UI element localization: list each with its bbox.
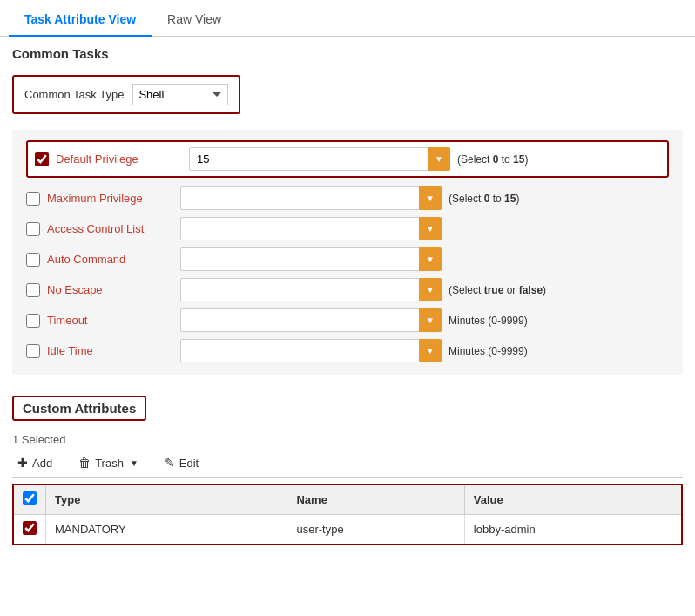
row-select-checkbox[interactable] xyxy=(23,521,37,535)
custom-attributes-header: Custom Attributes xyxy=(12,396,146,421)
attr-select-default-privilege[interactable]: 15 0123 4567 891011 121314 xyxy=(189,147,450,171)
attr-select-wrap-auto-command xyxy=(180,247,442,271)
attributes-section: Default Privilege 15 0123 4567 891011 12… xyxy=(12,130,683,375)
attr-label-no-escape: No Escape xyxy=(47,283,173,296)
attr-hint-maximum-privilege: (Select 0 to 15) xyxy=(449,193,519,205)
attr-select-no-escape[interactable]: true false xyxy=(180,278,442,301)
custom-attributes-toolbar: ✚ Add 🗑 Trash ▼ ✎ Edit xyxy=(12,453,683,478)
attr-label-access-control-list: Access Control List xyxy=(47,222,173,235)
attr-checkbox-no-escape[interactable] xyxy=(26,283,40,297)
attr-select-wrap-idle-time xyxy=(180,339,442,362)
attr-select-maximum-privilege[interactable] xyxy=(180,186,442,210)
attr-hint-no-escape: (Select true or false) xyxy=(449,284,546,296)
attr-row-maximum-privilege: Maximum Privilege (Select 0 to 15) xyxy=(26,186,669,210)
edit-icon: ✎ xyxy=(165,456,175,470)
attr-label-timeout: Timeout xyxy=(47,314,173,327)
table-col-value: Value xyxy=(464,484,682,515)
attr-select-wrap-access-control-list xyxy=(180,217,442,240)
select-all-checkbox[interactable] xyxy=(23,491,37,505)
table-col-type: Type xyxy=(46,484,287,515)
attr-select-idle-time[interactable] xyxy=(180,339,442,362)
attr-row-access-control-list: Access Control List xyxy=(26,217,669,240)
common-task-type-select[interactable]: Shell Telnet SSH FTP xyxy=(132,84,228,105)
attr-select-access-control-list[interactable] xyxy=(180,217,442,240)
row-name-cell: user-type xyxy=(287,515,464,545)
attr-hint-idle-time: Minutes (0-9999) xyxy=(449,345,528,357)
attr-checkbox-idle-time[interactable] xyxy=(26,344,40,358)
common-task-type-label: Common Task Type xyxy=(24,88,124,101)
attr-row-default-privilege: Default Privilege 15 0123 4567 891011 12… xyxy=(26,140,669,178)
attr-select-wrap-maximum-privilege xyxy=(180,186,442,210)
common-tasks-header: Common Tasks xyxy=(12,46,683,61)
attr-row-timeout: Timeout Minutes (0-9999) xyxy=(26,308,669,332)
attr-select-timeout[interactable] xyxy=(180,308,442,332)
attr-checkbox-default-privilege[interactable] xyxy=(35,152,49,166)
selected-count: 1 Selected xyxy=(12,433,683,446)
attr-label-idle-time: Idle Time xyxy=(47,344,173,357)
attr-label-default-privilege: Default Privilege xyxy=(56,152,182,166)
tabs-bar: Task Attribute View Raw View xyxy=(0,0,695,37)
attr-checkbox-auto-command[interactable] xyxy=(26,253,40,267)
trash-label: Trash xyxy=(95,457,124,470)
attr-row-auto-command: Auto Command xyxy=(26,247,669,271)
attr-select-wrap-no-escape: true false xyxy=(180,278,442,301)
custom-attributes-table: Type Name Value MANDATORY user-type lobb… xyxy=(12,484,683,545)
row-type-cell: MANDATORY xyxy=(46,515,287,545)
attr-hint-default-privilege: (Select 0 to 15) xyxy=(457,153,528,166)
attr-hint-timeout: Minutes (0-9999) xyxy=(449,315,528,327)
trash-dropdown-arrow: ▼ xyxy=(130,458,138,468)
attr-checkbox-access-control-list[interactable] xyxy=(26,222,40,236)
plus-icon: ✚ xyxy=(17,456,28,470)
trash-button[interactable]: 🗑 Trash ▼ xyxy=(73,453,144,472)
table-row: MANDATORY user-type lobby-admin xyxy=(13,515,682,545)
row-value-cell: lobby-admin xyxy=(464,515,682,545)
attr-label-maximum-privilege: Maximum Privilege xyxy=(47,192,173,205)
custom-attributes-table-wrap: Type Name Value MANDATORY user-type lobb… xyxy=(12,484,683,545)
add-button[interactable]: ✚ Add xyxy=(12,453,57,472)
edit-label: Edit xyxy=(179,457,199,470)
tab-task-attribute-view[interactable]: Task Attribute View xyxy=(9,3,152,37)
attr-select-wrap-default-privilege: 15 0123 4567 891011 121314 xyxy=(189,147,450,171)
attr-row-no-escape: No Escape true false (Select true or fal… xyxy=(26,278,669,301)
common-task-type-box: Common Task Type Shell Telnet SSH FTP xyxy=(12,75,240,114)
add-label: Add xyxy=(32,457,52,470)
table-header-checkbox-col xyxy=(13,484,46,515)
table-header-row: Type Name Value xyxy=(13,484,682,515)
row-checkbox-cell xyxy=(13,515,46,545)
attr-checkbox-timeout[interactable] xyxy=(26,314,40,328)
attr-select-auto-command[interactable] xyxy=(180,247,442,271)
edit-button[interactable]: ✎ Edit xyxy=(159,453,204,472)
attr-select-wrap-timeout xyxy=(180,308,442,332)
table-col-name: Name xyxy=(287,484,464,515)
trash-icon: 🗑 xyxy=(78,456,91,470)
tab-raw-view[interactable]: Raw View xyxy=(152,3,237,37)
attr-label-auto-command: Auto Command xyxy=(47,253,173,266)
attr-checkbox-maximum-privilege[interactable] xyxy=(26,192,40,206)
attr-row-idle-time: Idle Time Minutes (0-9999) xyxy=(26,339,669,362)
